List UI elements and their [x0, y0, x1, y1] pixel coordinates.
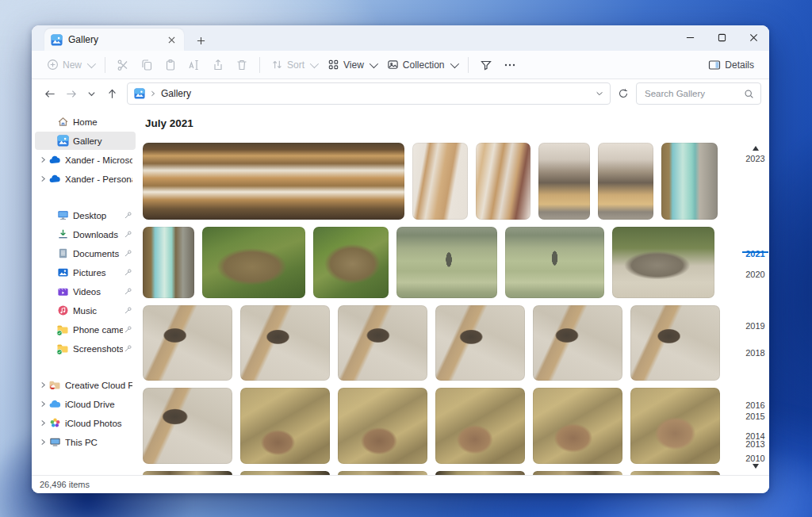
sidebar-item-label: Pictures: [73, 268, 123, 278]
photo-roastery-sacks-2[interactable]: [598, 143, 653, 220]
photo-sparrow-straw-1[interactable]: [240, 388, 330, 464]
photo-sparrow-straw-2[interactable]: [338, 388, 427, 464]
expand-chevron-icon[interactable]: [38, 438, 48, 446]
photo-bird-poster-pole[interactable]: [143, 227, 194, 298]
back-button[interactable]: [40, 83, 60, 104]
search-icon[interactable]: [744, 89, 754, 99]
copy-button[interactable]: [135, 55, 159, 75]
forward-button[interactable]: [60, 83, 81, 104]
photo-sparrow-straw-3[interactable]: [435, 388, 525, 464]
up-button[interactable]: [102, 83, 122, 104]
sidebar-item-pictures[interactable]: Pictures: [35, 263, 136, 281]
sidebar-item-xander-personal[interactable]: Xander - Personal: [35, 170, 136, 188]
pin-icon: [123, 268, 132, 278]
breadcrumb-bar[interactable]: Gallery: [127, 82, 611, 105]
sidebar-item-phone-camera-rc[interactable]: Phone camera rc: [35, 320, 136, 339]
photo-bird-on-sand-7[interactable]: [143, 388, 232, 464]
sidebar-item-desktop[interactable]: Desktop: [35, 206, 136, 224]
photo-bird-on-sand-6[interactable]: [630, 305, 720, 381]
photo-marsh-bird-2[interactable]: [505, 227, 604, 298]
photo-sparrow-straw-5[interactable]: [630, 388, 720, 464]
recent-locations-button[interactable]: [81, 83, 102, 104]
timeline-up-arrow[interactable]: [741, 146, 769, 151]
collection-button[interactable]: Collection: [381, 55, 462, 75]
expand-chevron-icon[interactable]: [38, 419, 48, 427]
expand-chevron-icon[interactable]: [38, 381, 48, 389]
details-button[interactable]: Details: [703, 55, 760, 75]
new-button[interactable]: New: [41, 55, 99, 75]
close-button[interactable]: [737, 25, 769, 49]
refresh-button[interactable]: [614, 84, 633, 103]
command-bar: New Sort: [32, 51, 769, 79]
sidebar-item-label: Music: [73, 306, 123, 316]
timeline-year-2019[interactable]: 2019: [741, 321, 769, 331]
sidebar-item-gallery[interactable]: Gallery: [35, 132, 136, 150]
photo-bird-on-sand-1[interactable]: [143, 305, 232, 381]
status-bar: 26,496 items: [32, 475, 769, 493]
search-input[interactable]: [643, 88, 739, 99]
timeline-down-arrow[interactable]: [741, 464, 769, 469]
paste-button[interactable]: [159, 55, 182, 75]
divider: [105, 57, 105, 73]
address-bar: Gallery: [32, 79, 769, 108]
sidebar-item-home[interactable]: Home: [35, 113, 136, 131]
tab-strip: Gallery: [32, 25, 769, 51]
sidebar-item-xander-microsoft[interactable]: Xander - Microsoft: [35, 151, 136, 169]
photo-bird-on-sand-5[interactable]: [533, 305, 622, 381]
sidebar-item-music[interactable]: Music: [35, 301, 136, 320]
photo-bird-on-sand-2[interactable]: [240, 305, 330, 381]
photo-grass-nest[interactable]: [313, 227, 389, 298]
photo-cafe-interior-panorama[interactable]: [143, 143, 404, 220]
delete-button[interactable]: [230, 55, 254, 75]
photo-bird-on-sand-3[interactable]: [338, 305, 427, 381]
tab-close-icon[interactable]: [165, 33, 178, 46]
filter-button[interactable]: [474, 55, 498, 75]
documents-icon: [56, 247, 69, 260]
sidebar-item-icloud-drive[interactable]: iCloud Drive: [35, 395, 136, 413]
sidebar-item-label: Xander - Personal: [65, 174, 132, 184]
sidebar-item-icloud-photos[interactable]: iCloud Photos: [35, 414, 136, 432]
photo-bulletin-board[interactable]: [476, 143, 530, 220]
rename-button[interactable]: [182, 55, 206, 75]
timeline-year-2018[interactable]: 2018: [741, 348, 769, 358]
expand-chevron-icon[interactable]: [38, 175, 48, 182]
address-dropdown-icon[interactable]: [596, 90, 603, 98]
expand-chevron-icon[interactable]: [38, 156, 48, 163]
photo-bird-sign-post[interactable]: [661, 143, 718, 220]
cut-button[interactable]: [111, 55, 135, 75]
chevron-down-icon: [87, 59, 96, 67]
timeline-year-2021[interactable]: 2021: [741, 249, 769, 258]
photo-corkboard-flyers[interactable]: [412, 143, 468, 220]
timeline-year-2023[interactable]: 2023: [741, 154, 769, 163]
view-button[interactable]: View: [322, 55, 381, 75]
sidebar-item-documents[interactable]: Documents: [35, 244, 136, 262]
sidebar-item-this-pc[interactable]: This PC: [35, 433, 136, 451]
share-button[interactable]: [206, 55, 230, 75]
sidebar-item-label: Phone camera rc: [73, 325, 123, 335]
gallery-icon: [56, 135, 69, 147]
timeline-year-2015[interactable]: 2015: [741, 412, 769, 421]
sidebar-item-videos[interactable]: Videos: [35, 282, 136, 301]
expand-chevron-icon[interactable]: [38, 400, 48, 408]
photo-roastery-sacks-1[interactable]: [538, 143, 590, 220]
breadcrumb[interactable]: Gallery: [161, 88, 191, 99]
photo-grass-nest-wide[interactable]: [202, 227, 305, 298]
photo-row: [143, 143, 738, 220]
sidebar-item-creative-cloud-files[interactable]: Creative Cloud Files: [35, 376, 136, 394]
timeline-year-2013[interactable]: 2013: [741, 439, 769, 449]
minimize-button[interactable]: [674, 25, 706, 49]
sidebar-item-screenshots[interactable]: Screenshots: [35, 339, 136, 358]
maximize-button[interactable]: [706, 25, 737, 49]
timeline-year-2016[interactable]: 2016: [741, 400, 769, 410]
sort-button[interactable]: Sort: [266, 55, 322, 75]
photo-sparrow-straw-4[interactable]: [533, 388, 622, 464]
new-tab-button[interactable]: [190, 30, 211, 51]
timeline-year-2020[interactable]: 2020: [741, 270, 769, 279]
sidebar-item-downloads[interactable]: Downloads: [35, 225, 136, 243]
photo-driftwood-beach[interactable]: [612, 227, 714, 298]
see-more-button[interactable]: [498, 55, 522, 75]
photo-marsh-bird-1[interactable]: [396, 227, 497, 298]
tab-gallery[interactable]: Gallery: [44, 29, 184, 51]
photo-bird-on-sand-4[interactable]: [435, 305, 525, 381]
timeline-year-2010[interactable]: 2010: [741, 454, 769, 463]
